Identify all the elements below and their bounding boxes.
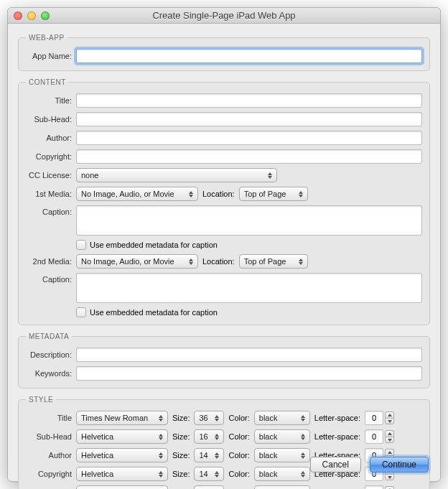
cancel-button[interactable]: Cancel: [310, 457, 361, 472]
size-select[interactable]: 14: [194, 467, 224, 481]
location2-select[interactable]: Top of Page: [239, 254, 308, 269]
size-label: Size:: [172, 451, 190, 460]
title-field[interactable]: [76, 93, 422, 108]
size-label: Size:: [172, 414, 190, 422]
size-select[interactable]: 12: [194, 485, 224, 489]
color-label: Color:: [228, 451, 249, 460]
embedded1-label: Use embedded metadata for caption: [90, 241, 218, 249]
embedded1-checkbox[interactable]: [76, 240, 86, 250]
content-area: WEB-APP App Name: CONTENT Title: Sub-Hea…: [8, 24, 440, 489]
location1-label: Location:: [202, 190, 235, 198]
desc-label: Description:: [26, 350, 76, 359]
font-select[interactable]: Times New Roman: [76, 411, 168, 425]
caption2-field[interactable]: [76, 273, 422, 303]
webapp-group: WEB-APP App Name:: [18, 34, 430, 71]
copyright-label: Copyright:: [26, 152, 76, 161]
cc-label: CC License:: [26, 171, 76, 180]
updown-icon: [213, 450, 220, 460]
font-select[interactable]: Helvetica: [76, 485, 168, 489]
media1-select[interactable]: No Image, Audio, or Movie: [76, 187, 198, 201]
embedded2-checkbox[interactable]: [76, 307, 86, 317]
color-select[interactable]: black: [254, 448, 310, 462]
location1-select[interactable]: Top of Page: [239, 187, 308, 201]
letterspace-field[interactable]: [365, 411, 383, 425]
continue-button[interactable]: Continue: [370, 457, 429, 472]
app-name-field[interactable]: [76, 49, 422, 63]
size-select[interactable]: 16: [194, 429, 224, 444]
zoom-icon[interactable]: [41, 11, 50, 20]
letterspace-stepper[interactable]: [385, 430, 394, 443]
author-label: Author:: [26, 134, 76, 142]
color-select[interactable]: black: [254, 467, 310, 481]
style-legend: STYLE: [26, 396, 56, 404]
updown-icon: [157, 450, 164, 460]
letterspace-label: Letter-space:: [314, 414, 360, 422]
font-select[interactable]: Helvetica: [76, 467, 168, 481]
close-icon[interactable]: [14, 11, 22, 20]
letterspace-stepper[interactable]: [385, 411, 394, 424]
subhead-label: Sub-Head:: [26, 115, 76, 124]
style-row-label: Title: [26, 414, 76, 422]
button-bar: Cancel Continue: [310, 457, 429, 472]
minimize-icon[interactable]: [27, 11, 36, 20]
updown-icon: [187, 189, 195, 199]
color-label: Color:: [228, 470, 249, 478]
media1-label: 1st Media:: [26, 190, 76, 198]
updown-icon: [299, 469, 307, 479]
font-select[interactable]: Helvetica: [76, 429, 168, 444]
updown-icon: [297, 189, 304, 199]
letterspace-label: Letter-space:: [314, 432, 360, 441]
titlebar: Create Single-Page iPad Web App: [8, 8, 440, 24]
updown-icon: [157, 469, 164, 479]
media2-select[interactable]: No Image, Audio, or Movie: [76, 254, 198, 269]
updown-icon: [157, 413, 164, 423]
style-row-label: Sub-Head: [26, 432, 76, 441]
embedded2-label: Use embedded metadata for caption: [90, 308, 218, 317]
title-label: Title:: [26, 96, 76, 105]
updown-icon: [299, 450, 307, 460]
updown-icon: [299, 413, 307, 423]
style-row-label: Copyright: [26, 470, 76, 478]
location2-label: Location:: [202, 257, 235, 266]
updown-icon: [213, 413, 220, 423]
metadata-legend: METADATA: [26, 332, 72, 340]
author-field[interactable]: [76, 131, 422, 145]
color-select[interactable]: black: [254, 429, 310, 444]
size-select[interactable]: 36: [194, 411, 224, 425]
dialog-window: Create Single-Page iPad Web App WEB-APP …: [7, 7, 441, 482]
content-legend: CONTENT: [26, 78, 69, 86]
subhead-field[interactable]: [76, 112, 422, 126]
keywords-field[interactable]: [76, 366, 422, 381]
font-select[interactable]: Helvetica: [76, 448, 168, 462]
caption1-field[interactable]: [76, 205, 422, 236]
updown-icon: [213, 469, 220, 479]
window-title: Create Single-Page iPad Web App: [8, 10, 440, 21]
webapp-legend: WEB-APP: [26, 34, 67, 42]
letterspace-field[interactable]: [365, 429, 383, 444]
copyright-field[interactable]: [76, 149, 422, 164]
style-row-label: Author: [26, 451, 76, 460]
color-label: Color:: [228, 414, 249, 422]
desc-field[interactable]: [76, 348, 422, 362]
traffic-lights: [14, 11, 50, 20]
caption1-label: Caption:: [26, 205, 76, 216]
letterspace-stepper[interactable]: [385, 486, 394, 489]
letterspace-field[interactable]: [365, 485, 383, 489]
app-name-label: App Name:: [26, 52, 76, 60]
updown-icon: [157, 432, 164, 442]
size-select[interactable]: 14: [194, 448, 224, 462]
caption2-label: Caption:: [26, 273, 76, 284]
color-select[interactable]: black: [254, 485, 310, 489]
size-label: Size:: [172, 432, 190, 441]
content-group: CONTENT Title: Sub-Head: Author: Copyrig…: [18, 78, 430, 325]
media2-label: 2nd Media:: [26, 257, 76, 266]
cc-license-select[interactable]: none: [76, 168, 277, 182]
updown-icon: [187, 256, 195, 266]
metadata-group: METADATA Description: Keywords:: [18, 332, 430, 388]
updown-icon: [266, 170, 274, 180]
updown-icon: [297, 256, 304, 266]
updown-icon: [299, 432, 307, 442]
color-label: Color:: [228, 432, 249, 441]
style-group: STYLE TitleTimes New RomanSize:36Color:b…: [18, 396, 430, 489]
color-select[interactable]: black: [254, 411, 310, 425]
